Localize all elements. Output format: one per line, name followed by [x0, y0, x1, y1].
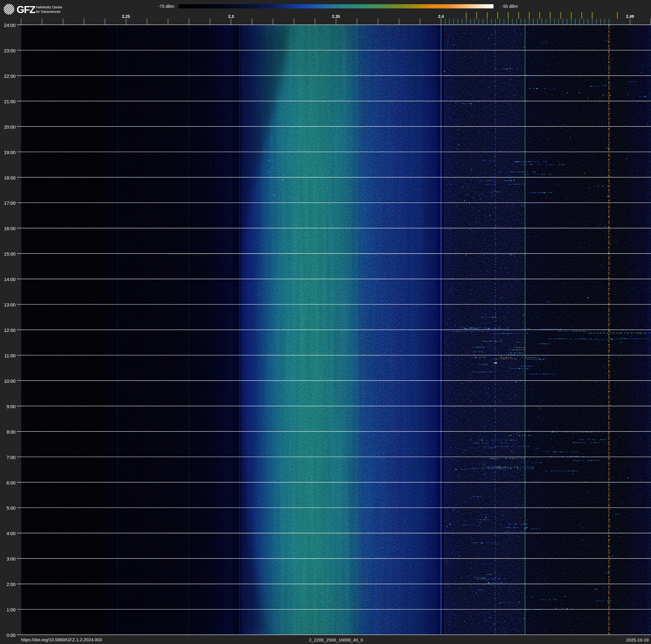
- svg-text:12:00: 12:00: [4, 328, 16, 333]
- svg-text:22:00: 22:00: [4, 74, 16, 79]
- svg-text:7:00: 7:00: [6, 455, 16, 460]
- svg-text:1:00: 1:00: [6, 607, 16, 612]
- svg-text:6:00: 6:00: [6, 480, 16, 486]
- svg-text:24:00: 24:00: [4, 23, 16, 28]
- svg-text:-75 dBm: -75 dBm: [158, 4, 174, 9]
- svg-text:2.25: 2.25: [122, 14, 130, 19]
- svg-text:5:00: 5:00: [6, 505, 16, 511]
- svg-text:11:00: 11:00: [4, 353, 16, 358]
- svg-text:18:00: 18:00: [4, 175, 16, 180]
- svg-text:2.4: 2.4: [438, 14, 444, 19]
- svg-text:9:00: 9:00: [6, 404, 16, 409]
- svg-text:https://doi.org/10.5880/GFZ.1.: https://doi.org/10.5880/GFZ.1.2.2024.003: [21, 637, 102, 642]
- svg-text:21:00: 21:00: [4, 99, 16, 104]
- svg-text:0:00: 0:00: [6, 633, 16, 638]
- svg-text:2_2200_2500_10000_40_0: 2_2200_2500_10000_40_0: [309, 638, 363, 643]
- svg-text:2.35: 2.35: [332, 14, 340, 19]
- svg-text:4:00: 4:00: [6, 531, 16, 536]
- svg-text:2.49: 2.49: [626, 14, 634, 19]
- svg-text:2:00: 2:00: [6, 582, 16, 587]
- svg-text:20:00: 20:00: [4, 124, 16, 130]
- svg-text:2.3: 2.3: [228, 14, 234, 19]
- svg-text:13:00: 13:00: [4, 302, 16, 308]
- svg-text:for Geosciences: for Geosciences: [36, 10, 60, 13]
- svg-text:GFZ: GFZ: [17, 4, 35, 15]
- svg-text:23:00: 23:00: [4, 48, 16, 53]
- svg-text:14:00: 14:00: [4, 277, 16, 282]
- svg-text:19:00: 19:00: [4, 150, 16, 155]
- svg-text:8:00: 8:00: [6, 430, 16, 435]
- svg-text:3:00: 3:00: [6, 556, 16, 562]
- svg-text:16:00: 16:00: [4, 226, 16, 231]
- svg-text:2025-10-19: 2025-10-19: [626, 638, 649, 642]
- svg-text:17:00: 17:00: [4, 201, 16, 206]
- svg-text:-55 dBm: -55 dBm: [502, 4, 518, 9]
- svg-text:10:00: 10:00: [4, 379, 16, 384]
- svg-text:Helmholtz Centre: Helmholtz Centre: [36, 5, 62, 9]
- svg-text:15:00: 15:00: [4, 252, 16, 257]
